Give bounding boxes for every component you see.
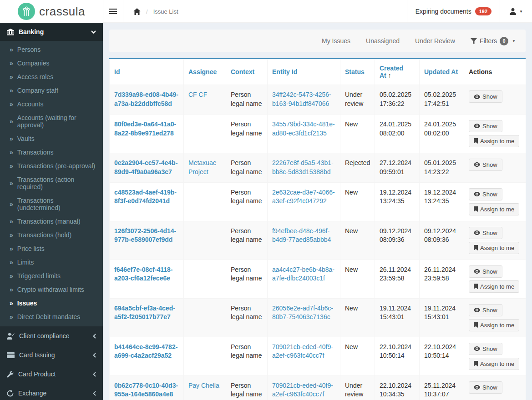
sidebar-section-exchange[interactable]: Exchange	[0, 384, 103, 400]
sidebar-item-transactions-pre-approval[interactable]: »Transactions (pre-approval)	[0, 159, 103, 173]
sidebar-item-price-lists[interactable]: »Price lists	[0, 242, 103, 255]
sidebar-item-limits[interactable]: »Limits	[0, 255, 103, 269]
entity-id-link[interactable]: 22267e8f-d5a5-43b1-bb8c-5d83d15388bd	[272, 159, 334, 175]
assign-to-me-button[interactable]: Assign to me	[469, 242, 519, 254]
angle-double-right-icon: »	[10, 286, 13, 293]
status-text: New	[345, 120, 358, 128]
sidebar-section-banking[interactable]: Banking	[0, 23, 103, 41]
status-text: Rejected	[345, 159, 370, 166]
issue-id-link[interactable]: c48523ad-4aef-419b-8f3f-e0d74fd2041d	[114, 189, 177, 205]
expiring-documents-badge: 192	[475, 7, 491, 15]
expiring-documents-link[interactable]: Expiring documents 192	[407, 0, 500, 23]
assignee-link[interactable]: CF CF	[188, 91, 207, 98]
angle-double-right-icon: »	[10, 73, 13, 80]
home-icon[interactable]	[133, 8, 141, 15]
entity-id-link[interactable]: 2e632cae-d3e7-4066-a3ef-c92f4c047292	[272, 189, 335, 205]
entity-id-link[interactable]: aa4c4c27-be6b-4b8a-a7fe-dfbc24003c1f	[272, 266, 334, 282]
show-button[interactable]: Show	[469, 188, 502, 200]
angle-double-right-icon: »	[10, 218, 13, 225]
assignee-link[interactable]: Metaxuae Project	[188, 159, 216, 175]
issue-id-link[interactable]: f646ef7e-08cf-4118-a203-cf6a12fece6e	[114, 266, 172, 282]
entity-id-link[interactable]: 345579bd-334c-481e-ad80-ec3fd1cf2135	[272, 120, 335, 137]
filter-link-under-review[interactable]: Under Review	[415, 37, 455, 45]
show-button[interactable]: Show	[469, 120, 502, 132]
column-header-assignee[interactable]: Assignee	[184, 59, 226, 85]
column-header-context[interactable]: Context	[226, 59, 268, 85]
sidebar-item-direct-debit-mandates[interactable]: »Direct Debit mandates	[0, 310, 103, 324]
assign-to-me-button[interactable]: Assign to me	[469, 280, 519, 293]
filter-link-unassigned[interactable]: Unassigned	[366, 37, 400, 45]
context-text: Person legal name	[231, 120, 262, 137]
show-button[interactable]: Show	[469, 227, 502, 239]
show-button[interactable]: Show	[469, 304, 502, 316]
sidebar-item-crypto-withdrawal-limits[interactable]: »Crypto withdrawal limits	[0, 283, 103, 296]
user-menu-button[interactable]: ▼	[500, 0, 532, 23]
issue-id-link[interactable]: 126f3072-2506-4d14-977b-e589007ef9dd	[114, 227, 176, 244]
sidebar-item-transactions-hold[interactable]: »Transactions (hold)	[0, 228, 103, 242]
sidebar-item-transactions-action-required[interactable]: »Transactions (action required)	[0, 173, 103, 194]
updated-at-text: 05.02.2025 17:42:51	[424, 91, 456, 107]
chevron-left-icon	[93, 372, 96, 377]
sidebar-section-card-product[interactable]: Card Product	[0, 365, 103, 384]
show-button[interactable]: Show	[469, 90, 502, 103]
column-header-updated-at[interactable]: Updated At	[420, 59, 464, 85]
show-button[interactable]: Show	[469, 265, 502, 278]
column-header-id[interactable]: Id	[110, 59, 184, 85]
sidebar-item-company-staff[interactable]: »Company staff	[0, 84, 103, 97]
sidebar-item-accounts[interactable]: »Accounts	[0, 97, 103, 111]
sidebar-toggle-button[interactable]	[103, 0, 123, 23]
issue-id-link[interactable]: 0e2a2904-cc57-4e4b-89d9-4f9a0a96a3c7	[114, 159, 177, 175]
sidebar-item-accounts-waiting[interactable]: »Accounts (waiting for approval)	[0, 111, 103, 132]
sidebar-item-label: Triggered limits	[17, 272, 61, 280]
assign-to-me-button[interactable]: Assign to me	[469, 135, 519, 147]
updated-at-text: 19.11.2024 15:43:01	[424, 305, 456, 321]
sidebar-section-card-issuing[interactable]: Card Issuing	[0, 345, 103, 365]
show-button[interactable]: Show	[469, 381, 502, 394]
sidebar-item-transactions[interactable]: »Transactions	[0, 145, 103, 159]
created-at-text: 05.02.2025 17:36:22	[380, 91, 411, 107]
sidebar-item-vaults[interactable]: »Vaults	[0, 132, 103, 145]
brand-name: crassula	[39, 5, 85, 19]
context-text: Person legal name	[231, 159, 262, 175]
issue-id-link[interactable]: 7d339a98-ed08-4b49-a73a-b22ddbffc58d	[114, 91, 178, 107]
filter-link-my-issues[interactable]: My Issues	[322, 37, 350, 45]
entity-id-link[interactable]: 26056e2e-ad7f-4b6c-80b7-754063c7136c	[272, 305, 333, 321]
bookmark-icon	[474, 284, 478, 289]
expiring-documents-label: Expiring documents	[415, 8, 471, 15]
column-header-status[interactable]: Status	[340, 59, 375, 85]
column-header-created-at[interactable]: Created At↑	[375, 59, 420, 85]
column-header-entity-id[interactable]: Entity Id	[268, 59, 340, 85]
angle-double-right-icon: »	[10, 149, 13, 156]
show-button[interactable]: Show	[469, 343, 502, 355]
status-text: New	[345, 266, 358, 273]
show-button[interactable]: Show	[469, 159, 502, 171]
assignee-link[interactable]: Pay Chella	[188, 382, 219, 389]
eye-icon	[474, 162, 480, 167]
filters-dropdown-button[interactable]: Filters 0 ▼	[471, 37, 516, 45]
issue-id-link[interactable]: 80f0ed3e-0a64-41a0-8a22-8b9e971ed278	[114, 120, 176, 137]
assign-to-me-button[interactable]: Assign to me	[469, 319, 519, 331]
sidebar-item-transactions-manual[interactable]: »Transactions (manual)	[0, 215, 103, 228]
assign-to-me-button[interactable]: Assign to me	[469, 358, 519, 370]
issue-id-link[interactable]: 0b62c778-0c10-40d3-955a-164e5860a4e8	[114, 382, 178, 398]
bank-icon	[7, 29, 14, 35]
issue-id-link[interactable]: b41464ce-8c99-4782-a699-c4a2acf29a52	[114, 343, 177, 360]
sidebar-item-companies[interactable]: »Companies	[0, 56, 103, 70]
brand-logo[interactable]: crassula	[0, 0, 103, 23]
sidebar-item-issues[interactable]: »Issues	[0, 296, 103, 310]
assign-to-me-button[interactable]: Assign to me	[469, 203, 519, 215]
entity-id-link[interactable]: 709021cb-eded-40f9-a2ef-c963fc40cc7f	[272, 382, 333, 398]
entity-id-link[interactable]: 709021cb-eded-40f9-a2ef-c963fc40cc7f	[272, 343, 333, 360]
entity-id-link[interactable]: 34ff242c-5473-4256-b163-94b1df847066	[272, 91, 331, 107]
sidebar-item-access-roles[interactable]: »Access roles	[0, 70, 103, 84]
sidebar-item-persons[interactable]: »Persons	[0, 43, 103, 56]
bookmark-icon	[474, 322, 478, 328]
entity-id-link[interactable]: f94efbee-d48c-496f-b4d9-77aed85abbb4	[272, 227, 331, 244]
table-row: 80f0ed3e-0a64-41a0-8a22-8b9e971ed278 Per…	[110, 114, 526, 153]
sidebar-item-triggered-limits[interactable]: »Triggered limits	[0, 269, 103, 283]
sidebar-item-transactions-undetermined[interactable]: »Transactions (undetermined)	[0, 194, 103, 215]
sidebar-section-client-compliance[interactable]: Client compliance	[0, 326, 103, 345]
sidebar-section-label: Banking	[19, 28, 86, 35]
eye-icon	[474, 95, 480, 99]
issue-id-link[interactable]: 694a5cbf-ef3a-4ced-a5f2-f205017b77e7	[114, 305, 175, 321]
